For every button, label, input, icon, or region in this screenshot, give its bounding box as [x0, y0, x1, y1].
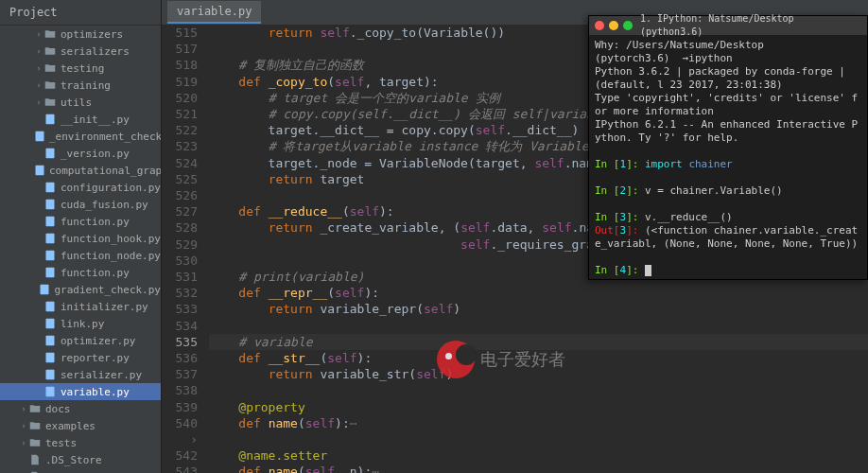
folder-icon	[28, 436, 42, 449]
terminal-title: 1. IPython: Natsume/Desktop (python3.6)	[640, 12, 861, 39]
tree-item-label: computational_graph.py	[49, 165, 161, 177]
svg-rect-14	[46, 353, 55, 363]
tree-item-label: link.py	[61, 318, 104, 330]
folder-icon	[43, 61, 57, 75]
tree-item[interactable]: ›examples	[0, 417, 161, 434]
tree-item[interactable]: _environment_check.py	[0, 128, 161, 145]
py-icon	[34, 130, 45, 143]
py-icon	[43, 232, 57, 245]
folder-icon	[43, 27, 57, 41]
window-controls[interactable]	[595, 21, 633, 30]
tree-item-label: docs	[45, 403, 71, 415]
svg-rect-8	[46, 251, 55, 261]
svg-rect-1	[36, 131, 44, 142]
tree-item[interactable]: __init__.py	[0, 111, 161, 128]
tree-item[interactable]: gradient_check.py	[0, 281, 161, 298]
tree-item[interactable]: ›serializers	[0, 43, 161, 60]
tree-item[interactable]: function_node.py	[0, 247, 161, 264]
minimize-icon[interactable]	[609, 21, 618, 30]
tree-item[interactable]: ›docs	[0, 400, 161, 417]
sidebar-title: Project	[0, 0, 161, 26]
tree-item[interactable]: ›tests	[0, 434, 161, 451]
svg-rect-2	[46, 149, 55, 159]
folder-icon	[28, 419, 42, 432]
folder-icon	[43, 96, 57, 109]
terminal-output[interactable]: Why: /Users/Natsume/Desktop(pytorch3.6) …	[589, 35, 867, 281]
svg-rect-6	[46, 217, 55, 227]
py-icon	[43, 266, 57, 279]
tree-item-label: initializer.py	[61, 301, 148, 313]
py-icon	[39, 283, 50, 296]
tree-item[interactable]: serializer.py	[0, 366, 161, 383]
svg-rect-7	[46, 234, 55, 244]
tree-item-label: examples	[45, 420, 95, 432]
tree-item-label: optimizers	[61, 28, 123, 41]
tree-item[interactable]: ›testing	[0, 60, 161, 77]
tree-item[interactable]: ›utils	[0, 94, 161, 111]
terminal-window[interactable]: 1. IPython: Natsume/Desktop (python3.6) …	[588, 15, 868, 280]
py-icon	[43, 368, 57, 381]
svg-rect-10	[41, 285, 49, 295]
close-icon[interactable]	[595, 21, 604, 30]
tree-item-label: utils	[61, 96, 92, 109]
tree-item[interactable]: function_hook.py	[0, 230, 161, 247]
svg-rect-4	[46, 183, 55, 193]
tree-item[interactable]: ›training	[0, 77, 161, 94]
svg-rect-15	[46, 370, 55, 380]
svg-rect-11	[46, 302, 55, 312]
tree-item[interactable]: computational_graph.py	[0, 162, 161, 179]
py-icon	[43, 385, 57, 398]
svg-rect-16	[46, 387, 55, 397]
tree-item[interactable]: ›optimizers	[0, 26, 161, 43]
tree-item-label: optimizer.py	[61, 335, 135, 347]
py-icon	[43, 198, 57, 211]
py-icon	[43, 317, 57, 330]
tree-item-label: function.py	[61, 267, 130, 279]
folder-icon	[43, 44, 57, 58]
py-icon	[34, 164, 45, 177]
tree-item[interactable]: README.md	[0, 468, 161, 473]
tree-item[interactable]: variable.py	[0, 383, 161, 400]
tree-item-label: function_node.py	[61, 250, 161, 262]
svg-rect-3	[36, 166, 44, 176]
file-icon	[28, 453, 42, 466]
tree-item[interactable]: function.py	[0, 264, 161, 281]
py-icon	[43, 215, 57, 228]
svg-rect-5	[46, 200, 55, 210]
tree-item[interactable]: link.py	[0, 315, 161, 332]
svg-rect-9	[46, 268, 55, 278]
project-sidebar: Project ›optimizers›serializers›testing›…	[0, 0, 162, 473]
tree-item[interactable]: reporter.py	[0, 349, 161, 366]
terminal-titlebar[interactable]: 1. IPython: Natsume/Desktop (python3.6)	[589, 16, 867, 35]
tree-item[interactable]: configuration.py	[0, 179, 161, 196]
tab-variable[interactable]: variable.py	[167, 1, 261, 24]
maximize-icon[interactable]	[623, 21, 633, 30]
tree-item[interactable]: function.py	[0, 213, 161, 230]
file-tree[interactable]: ›optimizers›serializers›testing›training…	[0, 26, 161, 473]
tree-item-label: serializers	[61, 45, 130, 58]
tree-item-label: reporter.py	[61, 352, 130, 364]
tree-item-label: cuda_fusion.py	[61, 199, 148, 211]
tree-item-label: .DS_Store	[45, 454, 102, 466]
tree-item[interactable]: optimizer.py	[0, 332, 161, 349]
tree-item[interactable]: .DS_Store	[0, 451, 161, 468]
tree-item-label: variable.py	[61, 386, 130, 398]
line-gutter: 5155175185195205215225235245255265275285…	[162, 25, 205, 473]
tree-item-label: gradient_check.py	[54, 284, 161, 296]
py-icon	[43, 300, 57, 313]
svg-rect-0	[46, 114, 55, 125]
tree-item[interactable]: cuda_fusion.py	[0, 196, 161, 213]
tree-item-label: training	[61, 79, 111, 92]
tree-item-label: function.py	[61, 216, 130, 228]
tree-item-label: _version.py	[61, 148, 130, 160]
py-icon	[43, 249, 57, 262]
folder-icon	[28, 402, 42, 415]
tree-item-label: tests	[45, 437, 77, 449]
tree-item[interactable]: initializer.py	[0, 298, 161, 315]
py-icon	[43, 113, 57, 126]
tree-item-label: configuration.py	[61, 182, 161, 194]
tree-item[interactable]: _version.py	[0, 145, 161, 162]
py-icon	[43, 351, 57, 364]
py-icon	[43, 147, 57, 160]
folder-icon	[43, 79, 57, 92]
